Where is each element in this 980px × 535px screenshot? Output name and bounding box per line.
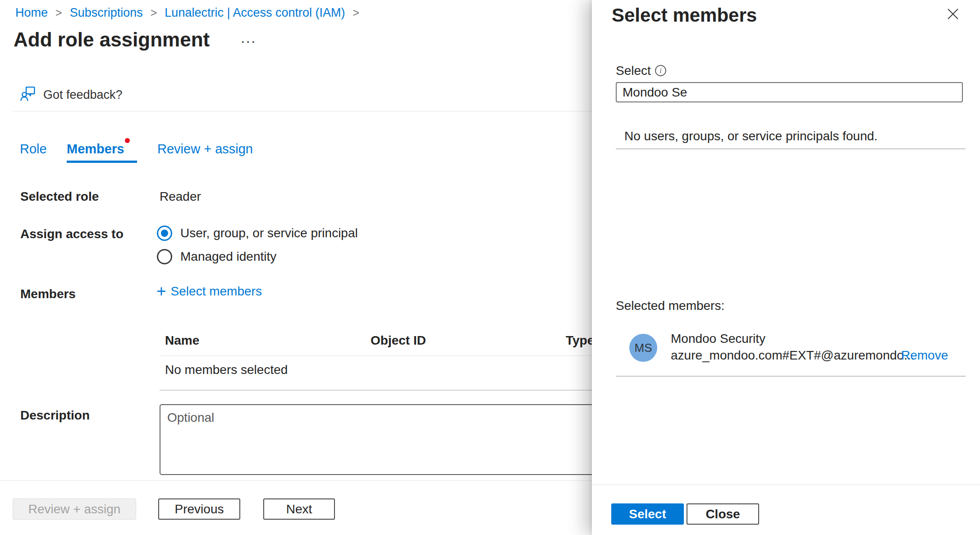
description-label: Description (20, 408, 90, 423)
select-members-label: Select members (171, 284, 262, 299)
column-header-object-id: Object ID (371, 333, 426, 348)
avatar: MS (629, 334, 657, 362)
breadcrumb-subscriptions[interactable]: Subscriptions (70, 5, 143, 20)
tab-review-assign[interactable]: Review + assign (157, 142, 253, 157)
select-members-panel: Select members Select i No users, groups… (592, 0, 980, 535)
more-actions-icon[interactable]: ... (241, 29, 256, 46)
chevron-right-icon: > (55, 5, 62, 20)
breadcrumb-access-control[interactable]: Lunalectric | Access control (IAM) (165, 5, 345, 20)
radio-managed-identity[interactable]: Managed identity (157, 249, 276, 265)
info-icon[interactable]: i (655, 65, 666, 76)
tab-role[interactable]: Role (20, 142, 47, 157)
column-header-type: Type (566, 333, 594, 348)
page-title: Add role assignment (14, 28, 210, 51)
assign-access-to-label: Assign access to (20, 227, 124, 241)
close-button[interactable]: Close (687, 503, 759, 525)
active-tab-underline (67, 161, 137, 163)
results-divider (616, 148, 966, 149)
description-textarea[interactable] (160, 404, 655, 475)
select-field-label: Select (616, 64, 651, 78)
plus-icon: + (156, 285, 166, 298)
member-search-input[interactable] (616, 82, 963, 102)
remove-member-link[interactable]: Remove (901, 348, 948, 363)
review-assign-button[interactable]: Review + assign (13, 498, 136, 520)
radio-unselected-icon (157, 249, 172, 264)
member-name: Mondoo Security (671, 332, 765, 346)
chevron-right-icon: > (151, 5, 157, 20)
select-button[interactable]: Select (611, 503, 684, 525)
feedback-label: Got feedback? (43, 88, 123, 102)
radio-selected-icon (157, 226, 172, 241)
panel-title: Select members (612, 4, 757, 27)
tab-members[interactable]: Members (67, 142, 124, 157)
got-feedback-link[interactable]: Got feedback? (20, 86, 123, 104)
chevron-right-icon: > (353, 5, 360, 20)
next-button[interactable]: Next (263, 498, 335, 520)
table-header-divider (160, 355, 624, 356)
previous-button[interactable]: Previous (158, 498, 240, 520)
close-icon[interactable] (945, 6, 961, 22)
selected-members-label: Selected members: (616, 299, 724, 313)
member-email: azure_mondoo.com#EXT#@azuremondo... (671, 348, 915, 363)
radio-label: User, group, or service principal (180, 226, 358, 240)
radio-user-group-service-principal[interactable]: User, group, or service principal (157, 225, 358, 241)
members-label: Members (20, 287, 76, 301)
unsaved-changes-dot (125, 138, 130, 143)
selected-role-label: Selected role (20, 189, 99, 204)
feedback-icon (20, 86, 36, 104)
breadcrumb-home[interactable]: Home (15, 5, 48, 20)
no-results-text: No users, groups, or service principals … (624, 129, 878, 143)
panel-footer-divider (592, 484, 980, 485)
breadcrumb: Home > Subscriptions > Lunalectric | Acc… (15, 5, 359, 20)
column-header-name: Name (165, 333, 199, 348)
select-members-link[interactable]: + Select members (156, 284, 262, 299)
table-empty-text: No members selected (165, 363, 288, 377)
member-list-divider (616, 376, 966, 377)
table-row-divider (160, 390, 624, 391)
selected-role-value: Reader (160, 189, 201, 204)
radio-label: Managed identity (180, 249, 276, 264)
